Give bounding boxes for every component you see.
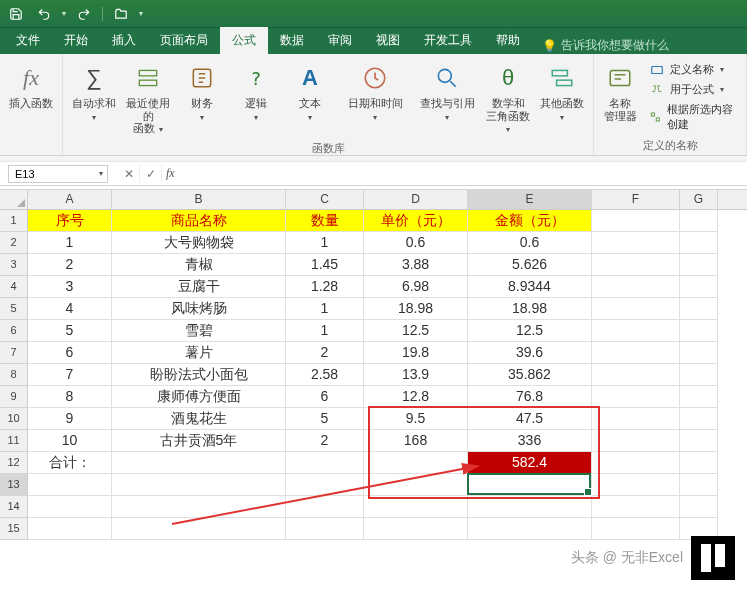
cell[interactable] — [112, 474, 286, 496]
cell[interactable] — [364, 452, 468, 474]
cell[interactable] — [680, 342, 718, 364]
cell[interactable]: 2 — [286, 430, 364, 452]
cell[interactable]: 6.98 — [364, 276, 468, 298]
cell[interactable]: 12.5 — [468, 320, 592, 342]
cell[interactable]: 4 — [28, 298, 112, 320]
cell[interactable]: 18.98 — [468, 298, 592, 320]
column-header[interactable]: D — [364, 190, 468, 209]
cell[interactable]: 青椒 — [112, 254, 286, 276]
cell[interactable]: 商品名称 — [112, 210, 286, 232]
cell[interactable] — [592, 452, 680, 474]
cell[interactable]: 12.8 — [364, 386, 468, 408]
tab-formulas[interactable]: 公式 — [220, 27, 268, 54]
cell[interactable]: 康师傅方便面 — [112, 386, 286, 408]
recent-functions-button[interactable]: 最近使用的 函数 ▾ — [123, 58, 173, 139]
cell[interactable]: 35.862 — [468, 364, 592, 386]
cell[interactable]: 10 — [28, 430, 112, 452]
cell[interactable] — [28, 518, 112, 540]
row-header[interactable]: 15 — [0, 518, 28, 540]
cell[interactable] — [286, 496, 364, 518]
cell[interactable]: 序号 — [28, 210, 112, 232]
cell[interactable]: 18.98 — [364, 298, 468, 320]
cell[interactable]: 1 — [286, 320, 364, 342]
tell-me[interactable]: 💡 告诉我你想要做什么 — [532, 37, 669, 54]
column-header[interactable]: A — [28, 190, 112, 209]
cell[interactable] — [28, 496, 112, 518]
cell[interactable] — [680, 496, 718, 518]
cancel-formula-icon[interactable]: ✕ — [118, 165, 140, 183]
cell[interactable] — [592, 474, 680, 496]
cell[interactable] — [112, 452, 286, 474]
name-box[interactable]: E13 ▾ — [8, 165, 108, 183]
row-header[interactable]: 4 — [0, 276, 28, 298]
row-header[interactable]: 10 — [0, 408, 28, 430]
cell[interactable] — [592, 276, 680, 298]
cell[interactable]: 单价（元） — [364, 210, 468, 232]
cell[interactable] — [592, 386, 680, 408]
cell[interactable] — [592, 342, 680, 364]
cell[interactable]: 5 — [28, 320, 112, 342]
row-header[interactable]: 11 — [0, 430, 28, 452]
cell[interactable] — [364, 474, 468, 496]
text-button[interactable]: A 文本▾ — [285, 58, 335, 126]
cell[interactable] — [592, 430, 680, 452]
fx-icon[interactable]: fx — [162, 166, 179, 181]
cell[interactable]: 0.6 — [364, 232, 468, 254]
cell[interactable] — [680, 276, 718, 298]
cell[interactable] — [468, 474, 592, 496]
row-header[interactable]: 9 — [0, 386, 28, 408]
cell[interactable]: 47.5 — [468, 408, 592, 430]
cell[interactable]: 76.8 — [468, 386, 592, 408]
column-header[interactable]: F — [592, 190, 680, 209]
datetime-button[interactable]: 日期和时间▾ — [339, 58, 411, 126]
cell[interactable] — [286, 452, 364, 474]
cell[interactable]: 1.45 — [286, 254, 364, 276]
row-header[interactable]: 13 — [0, 474, 28, 496]
tab-home[interactable]: 开始 — [52, 27, 100, 54]
cell[interactable] — [592, 496, 680, 518]
row-header[interactable]: 2 — [0, 232, 28, 254]
cell[interactable]: 12.5 — [364, 320, 468, 342]
cell[interactable]: 6 — [28, 342, 112, 364]
cell[interactable] — [592, 364, 680, 386]
cell[interactable]: 5 — [286, 408, 364, 430]
cell[interactable]: 3 — [28, 276, 112, 298]
cell[interactable]: 9.5 — [364, 408, 468, 430]
math-button[interactable]: θ 数学和 三角函数 ▾ — [483, 58, 533, 139]
tab-file[interactable]: 文件 — [4, 27, 52, 54]
select-all-triangle[interactable] — [0, 190, 28, 210]
cell[interactable] — [680, 386, 718, 408]
cell[interactable] — [680, 408, 718, 430]
cell[interactable]: 3.88 — [364, 254, 468, 276]
cell[interactable] — [680, 452, 718, 474]
cell[interactable]: 19.8 — [364, 342, 468, 364]
row-header[interactable]: 3 — [0, 254, 28, 276]
cell[interactable]: 1 — [286, 298, 364, 320]
cell[interactable]: 8 — [28, 386, 112, 408]
enter-formula-icon[interactable]: ✓ — [140, 165, 162, 183]
cell[interactable] — [680, 254, 718, 276]
logical-button[interactable]: ? 逻辑▾ — [231, 58, 281, 126]
row-header[interactable]: 14 — [0, 496, 28, 518]
cell[interactable]: 168 — [364, 430, 468, 452]
column-header[interactable]: C — [286, 190, 364, 209]
row-header[interactable]: 6 — [0, 320, 28, 342]
cell[interactable] — [680, 320, 718, 342]
cell[interactable]: 豆腐干 — [112, 276, 286, 298]
cell[interactable]: 336 — [468, 430, 592, 452]
tab-review[interactable]: 审阅 — [316, 27, 364, 54]
insert-function-button[interactable]: fx 插入函数 — [6, 58, 56, 114]
name-manager-button[interactable]: 名称 管理器 — [600, 58, 640, 126]
cell[interactable] — [364, 496, 468, 518]
cell[interactable] — [592, 298, 680, 320]
cell[interactable] — [680, 364, 718, 386]
cell[interactable]: 古井贡酒5年 — [112, 430, 286, 452]
financial-button[interactable]: 财务▾ — [177, 58, 227, 126]
define-name-button[interactable]: 定义名称 ▾ — [648, 61, 736, 78]
cell[interactable]: 盼盼法式小面包 — [112, 364, 286, 386]
tab-devtools[interactable]: 开发工具 — [412, 27, 484, 54]
spreadsheet-grid[interactable]: ABCDEFG 1序号商品名称数量单价（元）金额（元）21大号购物袋10.60.… — [0, 190, 747, 540]
cell[interactable]: 2 — [286, 342, 364, 364]
cell[interactable]: 金额（元） — [468, 210, 592, 232]
lookup-button[interactable]: 查找与引用▾ — [415, 58, 479, 126]
